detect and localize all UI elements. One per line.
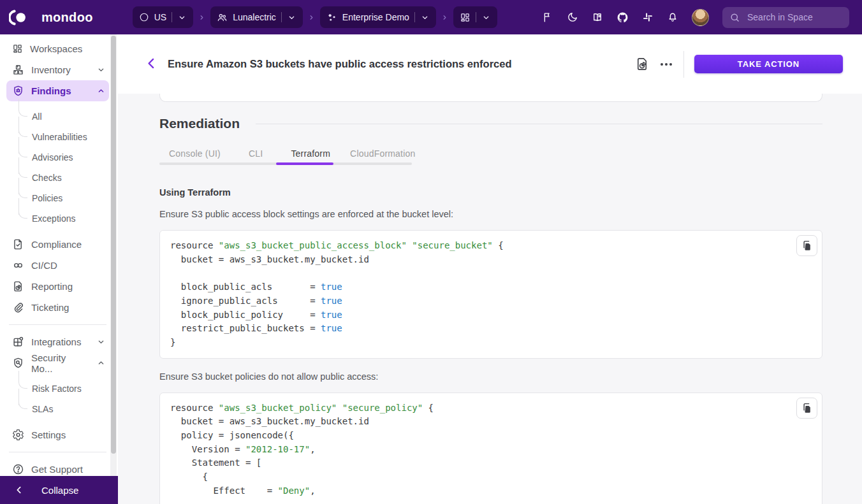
tab-cloudformation[interactable]: CloudFormation [350,148,415,159]
take-action-button[interactable]: TAKE ACTION [694,55,843,73]
flag-button[interactable] [542,11,553,23]
chevron-up-icon [96,86,106,96]
chevron-down-icon [420,13,430,22]
instruction-paragraph: Ensure S3 public access block settings a… [159,209,822,219]
code-token: "secure_bucket" [412,240,492,250]
findings-icon [12,85,24,97]
sidebar-item-workspaces[interactable]: Workspaces [6,38,109,59]
sidebar-item-label: Get Support [31,464,83,475]
tab-terraform[interactable]: Terraform [291,148,330,159]
breadcrumb-organization[interactable]: Lunalectric [210,6,303,28]
scope-breadcrumb: USLunalectricEnterprise Demo [133,6,497,28]
chip-divider [281,12,282,22]
sidebar-item-label: Policies [32,193,62,203]
sidebar-item-ticketing[interactable]: Ticketing [6,297,109,318]
team-icon [217,12,228,23]
code-token: "Deny" [278,486,310,496]
report-button[interactable] [630,52,654,76]
code-line: Version = "2012-10-17", [170,443,812,457]
breadcrumb-separator-icon [198,13,206,22]
remediation-tabs: Console (UI)CLITerraformCloudFormation [159,148,822,159]
more-options-button[interactable] [654,52,678,76]
page-header: Ensure Amazon S3 buckets have public acc… [118,34,862,94]
compliance-icon [12,238,24,250]
moon-icon [567,11,578,23]
code-token [337,403,342,413]
code-line: ignore_public_acls = true [170,294,812,308]
breadcrumb-region[interactable]: US [133,6,193,28]
dark-mode-button[interactable] [567,11,578,23]
code-token: Effect = [170,486,278,496]
notifications-button[interactable] [667,11,678,23]
sidebar-item-label: Exceptions [32,213,75,224]
sidebar-item-label: Advisories [32,152,73,162]
active-tab-indicator [276,162,333,165]
header-divider [683,51,684,78]
sidebar-item-label: Inventory [31,64,71,75]
sidebar-item-reporting[interactable]: Reporting [6,276,109,297]
reporting-icon [12,280,24,292]
sidebar-item-label: Workspaces [30,43,82,54]
report-icon [635,57,650,71]
code-subheading: Using Terraform [159,187,822,198]
code-token: true [321,323,342,333]
code-line: resource "aws_s3_bucket_public_access_bl… [170,239,812,253]
copy-code-button[interactable] [796,398,817,419]
copy-code-button[interactable] [796,235,817,256]
code-token: resource [170,403,219,413]
slack-icon [642,11,654,23]
github-button[interactable] [617,11,629,24]
chevron-down-icon [287,13,296,22]
sidebar-item-exceptions[interactable]: Exceptions [6,208,109,229]
sidebar-item-slas[interactable]: SLAs [6,399,109,419]
sidebar-item-integrations[interactable]: Integrations [6,331,109,352]
collapse-button[interactable]: Collapse [0,476,118,504]
chip-divider [414,12,415,22]
breadcrumb-separator-icon [307,13,316,22]
mondoo-logo[interactable]: mondoo [0,9,93,26]
org-icon [326,12,337,23]
sidebar: WorkspacesInventoryFindingsAllVulnerabil… [0,34,118,504]
chevron-down-icon [96,65,106,75]
help-icon [12,463,24,475]
sidebar-item-compliance[interactable]: Compliance [6,234,109,255]
breadcrumb-space[interactable]: Enterprise Demo [320,6,436,28]
sidebar-divider [9,324,106,325]
search-input[interactable] [746,11,842,23]
tab-cli[interactable]: CLI [249,148,263,159]
cicd-icon [12,259,24,271]
sidebar-item-label: Reporting [31,281,73,292]
code-token: true [321,282,342,292]
brand-name: mondoo [41,10,93,25]
sidebar-item-inventory[interactable]: Inventory [6,59,109,80]
tree-elbow [18,161,27,178]
code-token: block_public_acls = [170,282,321,292]
sidebar-item-label: Ticketing [31,302,69,313]
breadcrumb-workspace[interactable] [453,6,497,28]
sidebar-item-label: Integrations [31,336,81,347]
sidebar-scrollbar[interactable] [110,34,117,476]
search-icon [729,12,740,23]
sidebar-item-ci-cd[interactable]: CI/CD [6,255,109,276]
code-line: bucket = aws_s3_bucket.my_bucket.id [170,415,812,429]
tree-elbow [18,392,27,409]
scroll-content: Remediation Console (UI)CLITerraformClou… [159,94,822,504]
user-avatar[interactable] [692,9,709,26]
code-token: { [493,240,504,250]
chip-divider [172,12,172,22]
instruction-paragraph-2: Ensure S3 bucket policies do not allow p… [159,371,822,382]
code-token: { [423,403,434,413]
copy-icon [801,240,813,252]
slack-button[interactable] [642,11,654,23]
docs-button[interactable] [592,11,603,23]
sidebar-item-label: Settings [31,429,66,440]
sidebar-item-label: Checks [32,173,62,183]
collapse-label: Collapse [41,485,78,496]
back-button[interactable] [145,57,158,72]
tree-elbow [18,120,27,137]
sidebar-item-settings[interactable]: Settings [6,424,109,445]
tab-console-ui[interactable]: Console (UI) [169,148,221,159]
main-area: Ensure Amazon S3 buckets have public acc… [118,34,862,504]
breadcrumb-organization-label: Lunalectric [233,12,276,22]
code-token: true [321,310,342,320]
